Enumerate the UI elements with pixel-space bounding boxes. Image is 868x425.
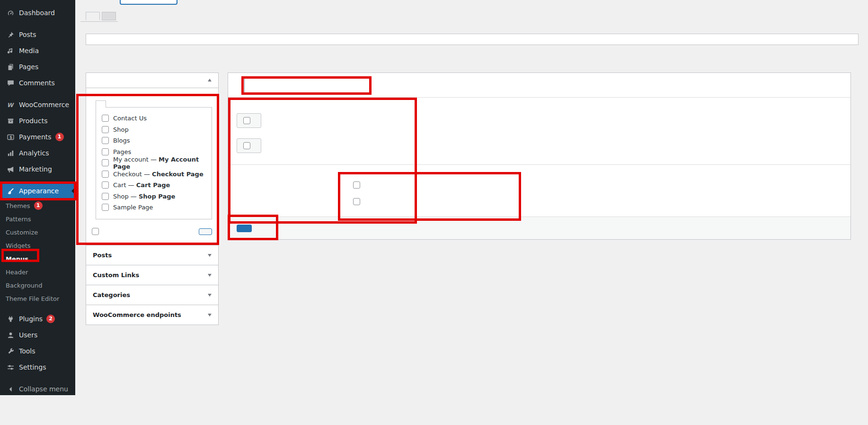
pages-postbox-header[interactable] bbox=[86, 73, 218, 88]
checkbox[interactable] bbox=[102, 159, 109, 166]
accordion-section[interactable]: Custom Links bbox=[86, 265, 219, 285]
add-to-menu-button[interactable] bbox=[199, 228, 212, 235]
annotation-box-save-menu bbox=[228, 215, 278, 240]
bulk-select-checkbox[interactable] bbox=[243, 117, 250, 124]
sidebar-item-label: Collapse menu bbox=[19, 385, 68, 393]
expand-arrow-icon[interactable] bbox=[208, 254, 212, 259]
page-checkbox-item[interactable]: Shop bbox=[102, 124, 209, 136]
accordion-section[interactable]: Posts bbox=[86, 245, 219, 265]
primary-menu-checkbox[interactable] bbox=[353, 198, 360, 205]
page-checkbox-item[interactable]: Shop — Shop Page bbox=[102, 191, 209, 202]
page-checkbox-item[interactable]: Contact Us bbox=[102, 113, 209, 124]
sidebar-item[interactable]: Theme File Editor bbox=[0, 292, 75, 305]
expand-arrow-icon[interactable] bbox=[208, 314, 212, 318]
menu-name-input[interactable] bbox=[244, 77, 370, 93]
menu-settings-section bbox=[228, 164, 850, 217]
sidebar-item[interactable]: Marketing bbox=[0, 161, 75, 177]
comment-icon bbox=[6, 79, 15, 87]
sidebar-item-label: Plugins bbox=[19, 315, 43, 323]
sidebar-item[interactable]: Media bbox=[0, 43, 75, 59]
page-checkbox-item[interactable]: Cart — Cart Page bbox=[102, 180, 209, 191]
collapse-icon bbox=[6, 385, 15, 393]
bulk-select-checkbox-2[interactable] bbox=[243, 142, 250, 149]
pages-icon bbox=[6, 63, 15, 71]
sidebar-item[interactable]: Themes 1 bbox=[0, 199, 75, 212]
products-icon bbox=[6, 117, 15, 125]
checkbox[interactable] bbox=[102, 181, 109, 189]
pages-filter-tabs bbox=[96, 100, 212, 108]
sidebar-item[interactable]: Collapse menu bbox=[0, 381, 75, 397]
pin-icon bbox=[6, 31, 15, 39]
collapse-arrow-icon[interactable] bbox=[208, 77, 212, 81]
checkbox[interactable] bbox=[102, 204, 109, 211]
sidebar-item[interactable]: Header bbox=[0, 265, 75, 279]
checkbox[interactable] bbox=[102, 115, 109, 122]
sidebar-item[interactable]: Posts bbox=[0, 27, 75, 43]
select-all-checkbox[interactable] bbox=[92, 228, 99, 235]
checkbox[interactable] bbox=[102, 193, 109, 200]
auto-add-pages-option[interactable] bbox=[353, 181, 365, 189]
tab-most-recent[interactable] bbox=[96, 100, 106, 108]
sidebar-item[interactable]: Products bbox=[0, 113, 75, 129]
sidebar-item-label: Widgets bbox=[6, 242, 31, 249]
sidebar-item[interactable]: Dashboard bbox=[0, 5, 75, 21]
accordion-section[interactable]: Categories bbox=[86, 285, 219, 305]
page-checkbox-item[interactable]: Blogs bbox=[102, 135, 209, 146]
page-checkbox-item[interactable]: Sample Page bbox=[102, 202, 209, 213]
sidebar-item-label: Dashboard bbox=[19, 9, 55, 17]
sidebar-item[interactable]: WooCommerce bbox=[0, 97, 75, 113]
page-checkbox-item[interactable]: My account — My Account Page bbox=[102, 157, 209, 169]
select-menu-dropdown[interactable] bbox=[120, 0, 177, 5]
sidebar-item[interactable]: Payments 1 bbox=[0, 129, 75, 145]
checkbox[interactable] bbox=[102, 148, 109, 155]
edit-menu-notice bbox=[86, 34, 859, 45]
pages-postbox: Contact Us Shop Blogs bbox=[86, 72, 219, 244]
sidebar-item-label: Settings bbox=[19, 363, 46, 371]
sidebar-item[interactable]: Widgets bbox=[0, 239, 75, 252]
sidebar-item[interactable]: Tools bbox=[0, 343, 75, 359]
display-location-option[interactable] bbox=[353, 198, 365, 205]
checkbox[interactable] bbox=[102, 137, 109, 144]
sidebar-item-label: Comments bbox=[19, 79, 55, 87]
sidebar-item-label: Customize bbox=[6, 229, 38, 236]
sidebar-item[interactable]: Background bbox=[0, 279, 75, 292]
sidebar-item-label: Payments bbox=[19, 133, 52, 141]
count-badge: 1 bbox=[55, 133, 64, 141]
sidebar-item[interactable]: Menus bbox=[0, 252, 75, 265]
sidebar-item-label: Background bbox=[6, 282, 43, 289]
settings-icon bbox=[6, 363, 15, 371]
checkbox[interactable] bbox=[102, 171, 109, 178]
analytics-icon bbox=[6, 149, 15, 157]
users-icon bbox=[6, 331, 15, 339]
appearance-icon bbox=[6, 187, 15, 195]
menu-name-row bbox=[228, 73, 850, 98]
sidebar-item[interactable]: Users bbox=[0, 327, 75, 343]
accordion-section[interactable]: WooCommerce endpoints bbox=[86, 305, 219, 325]
save-menu-button[interactable] bbox=[237, 225, 252, 232]
select-all-control[interactable] bbox=[92, 226, 103, 237]
sidebar-item[interactable]: Customize bbox=[0, 226, 75, 239]
sidebar-item[interactable]: Comments bbox=[0, 75, 75, 91]
sidebar-item[interactable]: Appearance bbox=[0, 183, 75, 199]
sidebar-item-label: Header bbox=[6, 269, 28, 276]
tab-edit-menus[interactable] bbox=[86, 12, 100, 20]
count-badge: 2 bbox=[46, 315, 55, 323]
dashboard-icon bbox=[6, 9, 15, 17]
expand-arrow-icon[interactable] bbox=[208, 274, 212, 279]
bulk-select-top[interactable] bbox=[237, 113, 261, 128]
sidebar-item[interactable]: Patterns bbox=[0, 212, 75, 226]
woocommerce-icon bbox=[6, 101, 15, 109]
expand-arrow-icon[interactable] bbox=[208, 294, 212, 298]
publishing-actions-bar bbox=[228, 217, 850, 239]
bulk-select-bottom[interactable] bbox=[237, 138, 261, 153]
checkbox[interactable] bbox=[102, 126, 109, 133]
sidebar-item[interactable]: Settings bbox=[0, 359, 75, 375]
menu-structure-body bbox=[228, 98, 850, 164]
auto-add-checkbox[interactable] bbox=[353, 181, 360, 189]
sidebar-item[interactable]: Plugins 2 bbox=[0, 311, 75, 327]
tab-manage-locations[interactable] bbox=[102, 12, 116, 20]
sidebar-item[interactable]: Analytics bbox=[0, 145, 75, 161]
sidebar-item[interactable]: Pages bbox=[0, 59, 75, 75]
page-checkbox-item[interactable]: Checkout — Checkout Page bbox=[102, 169, 209, 180]
media-icon bbox=[6, 47, 15, 55]
